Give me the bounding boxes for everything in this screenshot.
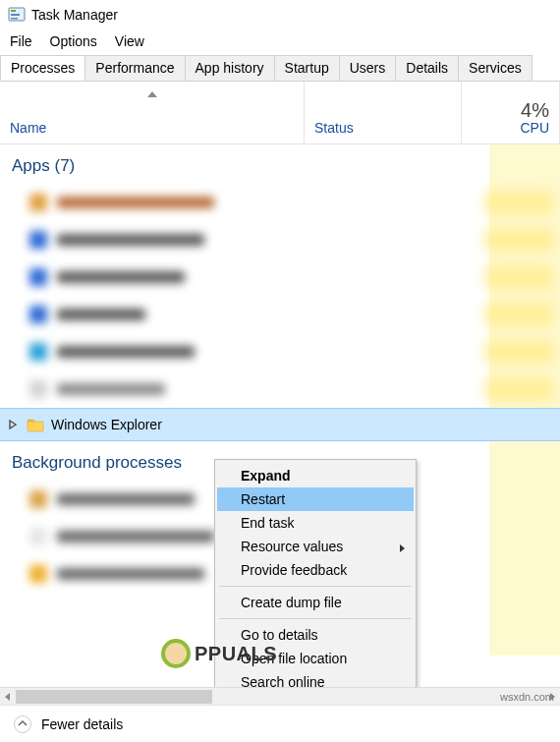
menubar: File Options View — [0, 29, 560, 55]
list-item — [0, 371, 560, 408]
ctx-expand[interactable]: Expand — [217, 464, 414, 487]
menu-file[interactable]: File — [10, 33, 32, 49]
col-header-name-label: Name — [10, 120, 294, 136]
fewer-details-chevron-icon[interactable] — [14, 715, 31, 733]
tabstrip: Processes Performance App history Startu… — [0, 55, 560, 82]
footer: Fewer details — [0, 705, 560, 742]
cpu-total-percent: 4% — [472, 99, 549, 122]
scroll-right-arrow-icon[interactable] — [544, 688, 560, 706]
tab-services[interactable]: Services — [458, 55, 532, 81]
context-menu: Expand Restart End task Resource values … — [214, 459, 417, 722]
menu-view[interactable]: View — [115, 33, 144, 49]
svg-rect-1 — [11, 10, 16, 12]
ctx-open-file-location[interactable]: Open file location — [217, 647, 414, 670]
list-item — [0, 221, 560, 258]
svg-rect-2 — [11, 14, 20, 16]
tab-details[interactable]: Details — [395, 55, 459, 81]
fewer-details-link[interactable]: Fewer details — [41, 716, 123, 732]
ctx-end-task[interactable]: End task — [217, 511, 414, 535]
window-title: Task Manager — [31, 7, 118, 23]
ctx-resource-values[interactable]: Resource values — [217, 535, 414, 558]
ctx-restart[interactable]: Restart — [217, 487, 414, 511]
list-item — [0, 184, 560, 221]
scroll-left-arrow-icon[interactable] — [0, 688, 16, 706]
menu-separator — [219, 586, 412, 587]
tab-processes[interactable]: Processes — [0, 55, 85, 81]
tab-users[interactable]: Users — [339, 55, 397, 81]
list-item — [0, 296, 560, 333]
ctx-resource-values-label: Resource values — [241, 539, 343, 554]
scrollbar-thumb[interactable] — [16, 690, 212, 704]
col-header-status-label: Status — [314, 120, 451, 136]
col-header-name[interactable]: Name — [0, 82, 305, 143]
column-headers: Name Status 4% CPU — [0, 82, 560, 144]
tab-startup[interactable]: Startup — [274, 55, 340, 81]
ctx-provide-feedback[interactable]: Provide feedback — [217, 558, 414, 582]
row-label: Windows Explorer — [51, 417, 162, 432]
ctx-go-to-details[interactable]: Go to details — [217, 623, 414, 647]
svg-rect-4 — [28, 420, 34, 423]
menu-separator — [219, 618, 412, 619]
row-windows-explorer[interactable]: Windows Explorer — [0, 408, 560, 441]
ctx-create-dump-file[interactable]: Create dump file — [217, 591, 414, 614]
list-item — [0, 258, 560, 296]
submenu-arrow-icon — [398, 541, 406, 556]
horizontal-scrollbar[interactable] — [0, 687, 560, 705]
col-header-cpu[interactable]: 4% CPU — [462, 82, 560, 143]
folder-icon — [26, 417, 45, 432]
task-manager-icon — [8, 6, 26, 24]
group-apps[interactable]: Apps (7) — [0, 144, 560, 184]
col-header-cpu-label: CPU — [520, 120, 549, 136]
menu-options[interactable]: Options — [50, 33, 97, 49]
sort-caret-up-icon — [146, 86, 158, 101]
tab-app-history[interactable]: App history — [185, 55, 275, 81]
col-header-status[interactable]: Status — [305, 82, 462, 143]
titlebar: Task Manager — [0, 0, 560, 29]
list-item — [0, 333, 560, 371]
expand-chevron-icon[interactable] — [6, 420, 20, 429]
svg-rect-3 — [11, 18, 18, 20]
tab-performance[interactable]: Performance — [84, 55, 185, 81]
